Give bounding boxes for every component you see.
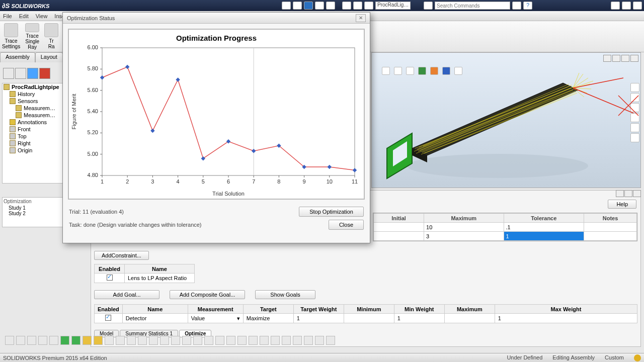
bi-25-icon[interactable] bbox=[271, 336, 280, 345]
menu-view[interactable]: View bbox=[36, 13, 48, 19]
panel-close-icon[interactable] bbox=[633, 190, 641, 197]
tree-right[interactable]: Right bbox=[3, 140, 67, 147]
ribbon-trace-settings[interactable]: Trace Settings bbox=[2, 23, 20, 50]
quick-access-toolbar: ProcRadLig… ? bbox=[282, 1, 642, 10]
tree-origin[interactable]: Origin bbox=[3, 147, 67, 154]
search-go-icon[interactable] bbox=[512, 2, 521, 10]
tree-annotations[interactable]: Annotations bbox=[3, 119, 67, 126]
enabled-checkbox[interactable] bbox=[105, 315, 111, 321]
bi-1-icon[interactable] bbox=[5, 336, 14, 345]
search-input[interactable] bbox=[435, 2, 510, 10]
help-button[interactable]: Help bbox=[608, 200, 636, 209]
bi-2-icon[interactable] bbox=[16, 336, 25, 345]
ribbon-trace-single-ray[interactable]: Trace Single Ray bbox=[25, 23, 39, 50]
window-minimize-icon[interactable] bbox=[611, 2, 620, 10]
bi-3-icon[interactable] bbox=[27, 336, 36, 345]
bi-28-icon[interactable] bbox=[304, 336, 313, 345]
status-units[interactable]: Custom bbox=[605, 354, 624, 361]
fm-tab-config-icon[interactable] bbox=[27, 68, 38, 79]
bi-29-icon[interactable] bbox=[315, 336, 324, 345]
new-doc-icon[interactable] bbox=[282, 2, 291, 10]
add-composite-goal-button[interactable]: Add Composite Goal... bbox=[170, 290, 245, 299]
bi-30-icon[interactable] bbox=[326, 336, 335, 345]
tree-front[interactable]: Front bbox=[3, 126, 67, 133]
bi-22-icon[interactable] bbox=[237, 336, 247, 345]
add-constraint-button[interactable]: AddConstraint... bbox=[94, 251, 149, 260]
search-scope-icon[interactable] bbox=[424, 2, 433, 10]
status-edition: SOLIDWORKS Premium 2015 x64 Edition bbox=[3, 355, 107, 361]
save-icon[interactable] bbox=[304, 2, 313, 10]
svg-text:Figure of Merit: Figure of Merit bbox=[71, 94, 77, 130]
undo-icon[interactable] bbox=[326, 2, 335, 10]
bi-19-icon[interactable] bbox=[204, 336, 213, 345]
table-row[interactable]: 3 1 bbox=[374, 232, 637, 241]
menu-edit[interactable]: Edit bbox=[19, 13, 29, 19]
bi-10-icon[interactable] bbox=[105, 336, 114, 345]
table-row[interactable]: Lens to LP Aspect Ratio bbox=[95, 274, 195, 283]
dialog-close-icon[interactable]: ✕ bbox=[356, 14, 366, 22]
close-button[interactable]: Close bbox=[329, 220, 364, 230]
bi-8-icon[interactable] bbox=[83, 336, 92, 345]
bi-17-icon[interactable] bbox=[182, 336, 191, 345]
stop-optimization-button[interactable]: Stop Optimization bbox=[299, 207, 364, 217]
panel-window-buttons bbox=[616, 190, 641, 197]
bi-20-icon[interactable] bbox=[215, 336, 224, 345]
plane-icon bbox=[10, 126, 16, 132]
bi-9-icon[interactable] bbox=[94, 336, 103, 345]
svg-line-22 bbox=[573, 73, 579, 88]
status-unread-icon[interactable] bbox=[634, 354, 641, 361]
menu-file[interactable]: File bbox=[3, 13, 12, 19]
bi-14-icon[interactable] bbox=[149, 336, 158, 345]
tree-history[interactable]: History bbox=[3, 90, 67, 98]
bi-11-icon[interactable] bbox=[116, 336, 125, 345]
show-goals-button[interactable]: Show Goals bbox=[255, 290, 315, 299]
print-icon[interactable] bbox=[315, 2, 324, 10]
bi-6-icon[interactable] bbox=[60, 336, 69, 345]
bi-5-icon[interactable] bbox=[49, 336, 58, 345]
bi-16-icon[interactable] bbox=[171, 336, 180, 345]
ribbon-trace-rays[interactable]: Tr Ra bbox=[44, 23, 58, 50]
table-row[interactable]: Detector Value ▾ Maximize 1 1 1 bbox=[95, 314, 637, 323]
bi-27-icon[interactable] bbox=[293, 336, 302, 345]
window-restore-icon[interactable] bbox=[622, 2, 631, 10]
bi-24-icon[interactable] bbox=[260, 336, 269, 345]
bi-21-icon[interactable] bbox=[226, 336, 235, 345]
bi-26-icon[interactable] bbox=[282, 336, 291, 345]
tree-top[interactable]: Top bbox=[3, 133, 67, 140]
document-tab[interactable]: ProcRadLig… bbox=[375, 2, 411, 10]
rebuild-icon[interactable] bbox=[342, 2, 351, 10]
bi-23-icon[interactable] bbox=[249, 336, 258, 345]
tab-layout[interactable]: Layout bbox=[35, 52, 63, 62]
variable-grid[interactable]: Initial Maximum Tolerance Notes 10 .1 3 … bbox=[373, 213, 637, 241]
fm-tab-display-icon[interactable] bbox=[39, 68, 50, 79]
fm-tab-property-icon[interactable] bbox=[15, 68, 26, 79]
dialog-titlebar[interactable]: Optimization Status ✕ bbox=[63, 13, 370, 24]
add-goal-button[interactable]: Add Goal... bbox=[94, 290, 159, 299]
bi-18-icon[interactable] bbox=[193, 336, 202, 345]
dropdown-arrow-icon[interactable]: ▾ bbox=[237, 315, 240, 322]
bi-15-icon[interactable] bbox=[160, 336, 169, 345]
tree-root[interactable]: ProcRadLightpipe bbox=[3, 83, 67, 90]
tab-assembly[interactable]: Assembly bbox=[0, 52, 35, 62]
enabled-checkbox[interactable] bbox=[107, 275, 113, 281]
panel-restore-icon[interactable] bbox=[624, 190, 632, 197]
table-row[interactable]: 10 .1 bbox=[374, 223, 637, 232]
constraint-table[interactable]: EnabledName Lens to LP Aspect Ratio bbox=[94, 264, 195, 283]
doc-options-icon[interactable] bbox=[364, 2, 373, 10]
tree-sensors[interactable]: Sensors bbox=[3, 98, 67, 105]
open-icon[interactable] bbox=[293, 2, 302, 10]
tree-measurement-2[interactable]: Measurem… bbox=[3, 112, 67, 119]
options-icon[interactable] bbox=[353, 2, 362, 10]
goal-table[interactable]: Enabled Name Measurement Target Target W… bbox=[94, 304, 637, 323]
window-close-icon[interactable] bbox=[633, 2, 642, 10]
bi-7-icon[interactable] bbox=[71, 336, 80, 345]
feature-tree[interactable]: ProcRadLightpipe History Sensors Measure… bbox=[2, 83, 67, 184]
panel-min-icon[interactable] bbox=[616, 190, 624, 197]
bi-4-icon[interactable] bbox=[38, 336, 47, 345]
tree-measurement-1[interactable]: Measurem… bbox=[3, 105, 67, 112]
bi-13-icon[interactable] bbox=[138, 336, 147, 345]
bi-12-icon[interactable] bbox=[127, 336, 136, 345]
fm-tab-tree-icon[interactable] bbox=[3, 68, 14, 79]
graphics-viewport[interactable] bbox=[371, 52, 641, 188]
help-icon[interactable]: ? bbox=[523, 2, 532, 10]
